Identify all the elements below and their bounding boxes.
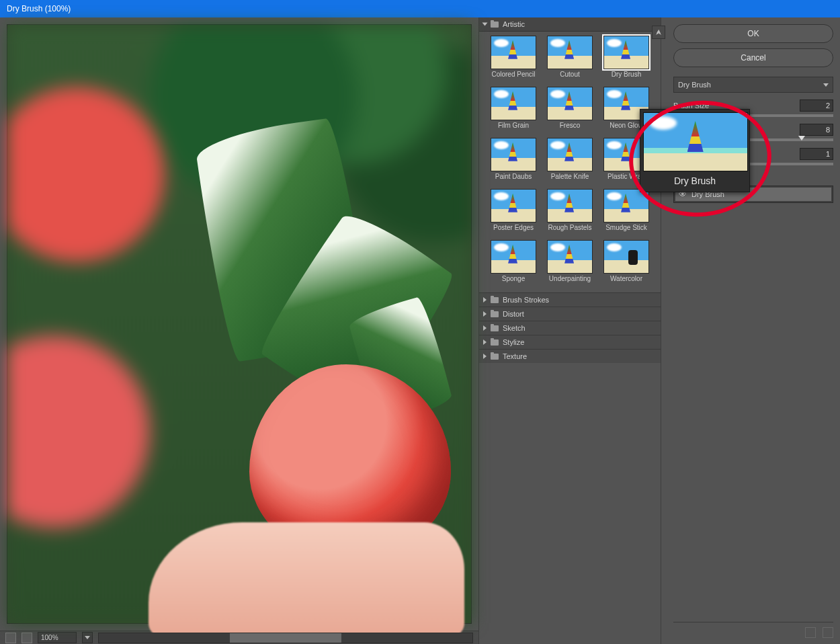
- filter-gallery-column: Artistic Colored PencilCutoutDry BrushFi…: [478, 17, 661, 644]
- filter-thumb-image: [547, 138, 593, 171]
- filter-thumb-image: [491, 240, 536, 274]
- disclosure-triangle-icon: [482, 23, 488, 26]
- filter-thumb-grid: Colored PencilCutoutDry BrushFilm GrainF…: [479, 32, 661, 292]
- category-header-distort[interactable]: Distort: [479, 307, 661, 321]
- filter-thumb-label: Dry Brush: [612, 71, 641, 78]
- preview-wrap: [0, 17, 478, 631]
- filter-thumb-image: [603, 240, 649, 274]
- filter-thumb-cutout[interactable]: Cutout: [543, 36, 597, 84]
- filter-thumb-image: [547, 36, 593, 69]
- preview-hscroll[interactable]: [98, 633, 473, 643]
- filter-thumb-colored-pencil[interactable]: Colored Pencil: [487, 36, 540, 84]
- titlebar: Dry Brush (100%): [0, 0, 840, 17]
- filter-select-label: Dry Brush: [678, 81, 711, 89]
- filter-thumb-image: [603, 36, 649, 69]
- zoom-out-button[interactable]: [5, 633, 16, 643]
- category-header-sketch[interactable]: Sketch: [479, 321, 661, 335]
- filter-thumb-label: Film Grain: [498, 122, 529, 129]
- cancel-button[interactable]: Cancel: [673, 48, 833, 67]
- param-value-input[interactable]: [800, 148, 833, 160]
- disclosure-triangle-icon: [483, 325, 487, 331]
- filter-thumb-film-grain[interactable]: Film Grain: [487, 87, 540, 135]
- folder-icon: [491, 339, 499, 346]
- filter-select[interactable]: Dry Brush: [673, 77, 833, 93]
- preview-canvas[interactable]: [7, 24, 472, 624]
- category-label: Brush Strokes: [503, 296, 549, 304]
- filter-thumb-label: Underpainting: [549, 275, 591, 282]
- scrollbar-thumb[interactable]: [230, 633, 342, 643]
- collapse-gallery-button[interactable]: ⮝: [652, 26, 665, 39]
- folder-icon: [491, 22, 499, 28]
- disclosure-triangle-icon: [483, 311, 487, 317]
- zoom-dropdown[interactable]: [82, 632, 93, 643]
- filter-thumb-underpainting[interactable]: Underpainting: [543, 240, 597, 288]
- preview-hand: [149, 522, 464, 637]
- filter-thumb-label: Neon Glow: [610, 122, 642, 129]
- filter-thumb-dry-brush[interactable]: Dry Brush: [599, 36, 653, 84]
- filter-tooltip-label: Dry Brush: [643, 175, 747, 186]
- delete-effect-layer-button[interactable]: [823, 627, 833, 638]
- category-label: Sketch: [503, 324, 526, 332]
- param-value-input[interactable]: [800, 99, 833, 112]
- filter-thumb-sponge[interactable]: Sponge: [487, 240, 540, 288]
- filter-thumb-image: [547, 240, 593, 274]
- filter-thumb-image: [491, 138, 536, 171]
- folder-icon: [491, 311, 499, 317]
- filter-thumb-image: [547, 189, 593, 223]
- disclosure-triangle-icon: [483, 297, 487, 303]
- controls-footer: [673, 622, 833, 640]
- folder-icon: [491, 297, 499, 303]
- filter-thumb-image: [603, 189, 649, 223]
- double-chevron-icon: ⮝: [656, 29, 662, 36]
- filter-thumb-image: [491, 87, 536, 120]
- window-title: Dry Brush (100%): [7, 4, 71, 13]
- category-label: Texture: [503, 352, 527, 360]
- folder-icon: [491, 354, 499, 360]
- filter-thumb-label: Sponge: [502, 275, 525, 282]
- category-header-brush-strokes[interactable]: Brush Strokes: [479, 292, 661, 307]
- category-header-artistic[interactable]: Artistic: [479, 17, 661, 32]
- preview-column: [0, 17, 478, 644]
- param-value-input[interactable]: [800, 124, 833, 136]
- category-label: Artistic: [503, 20, 525, 28]
- filter-thumb-label: Rough Pastels: [548, 224, 591, 231]
- filter-thumb-poster-edges[interactable]: Poster Edges: [487, 189, 540, 237]
- filter-thumb-label: Smudge Stick: [605, 224, 647, 231]
- filter-thumb-label: Poster Edges: [493, 224, 534, 231]
- disclosure-triangle-icon: [483, 354, 487, 359]
- filter-tooltip: Dry Brush: [640, 109, 750, 192]
- filter-thumb-label: Colored Pencil: [491, 71, 535, 78]
- chevron-down-icon: [85, 636, 90, 639]
- filter-thumb-fresco[interactable]: Fresco: [543, 87, 597, 135]
- category-label: Distort: [503, 310, 524, 318]
- chevron-down-icon: [823, 83, 829, 87]
- category-header-texture[interactable]: Texture: [479, 349, 661, 363]
- filter-thumb-image: [547, 87, 593, 120]
- filter-tooltip-thumb: [643, 112, 748, 171]
- filter-thumb-smudge-stick[interactable]: Smudge Stick: [599, 189, 653, 237]
- slider-knob[interactable]: [798, 136, 805, 140]
- filter-thumb-label: Paint Daubs: [495, 173, 532, 180]
- filter-thumb-label: Watercolor: [610, 275, 642, 282]
- zoom-bar: [0, 631, 478, 644]
- folder-icon: [491, 325, 499, 331]
- filter-thumb-label: Cutout: [560, 71, 579, 78]
- category-label: Stylize: [503, 338, 524, 346]
- filter-thumb-image: [491, 189, 536, 223]
- filter-thumb-rough-pastels[interactable]: Rough Pastels: [543, 189, 597, 237]
- ok-button[interactable]: OK: [673, 24, 833, 43]
- filter-thumb-paint-daubs[interactable]: Paint Daubs: [487, 138, 540, 186]
- filter-thumb-label: Fresco: [560, 122, 581, 129]
- filter-thumb-palette-knife[interactable]: Palette Knife: [543, 138, 597, 186]
- zoom-in-button[interactable]: [22, 633, 32, 643]
- filter-thumb-label: Palette Knife: [551, 173, 589, 180]
- filter-thumb-watercolor[interactable]: Watercolor: [599, 240, 653, 288]
- zoom-input[interactable]: [38, 632, 77, 643]
- category-header-stylize[interactable]: Stylize: [479, 335, 661, 349]
- filter-thumb-image: [491, 36, 536, 69]
- disclosure-triangle-icon: [483, 339, 487, 345]
- new-effect-layer-button[interactable]: [805, 627, 816, 638]
